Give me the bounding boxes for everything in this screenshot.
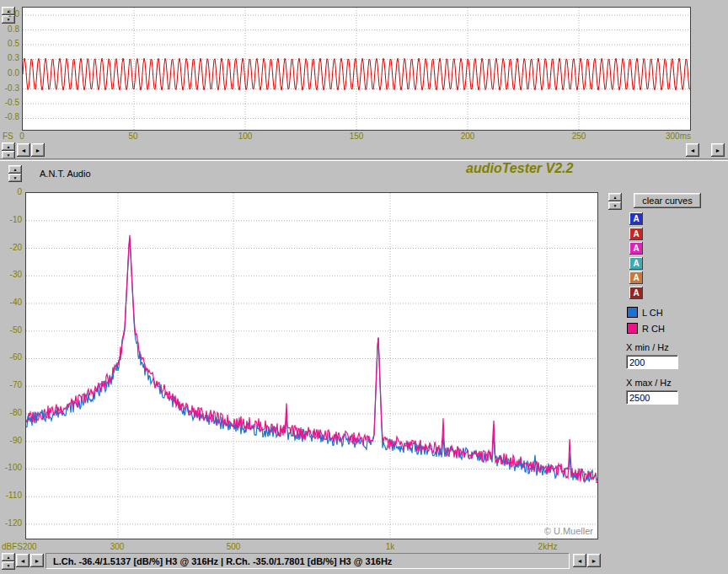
side-spin-up-button[interactable]: ▲ (608, 193, 622, 201)
spectrum-y-tick: -40 (0, 298, 22, 307)
scope-x-tick: 250 (562, 132, 596, 141)
scope-y-tick: -0.8 (0, 113, 19, 121)
scope-x-tick: 0 (5, 132, 39, 141)
scope-y-tick: 1.0 (0, 10, 19, 19)
spectrum-header-spin-down-button[interactable]: ▼ (8, 174, 22, 182)
curve-memory-button-2[interactable]: A (629, 228, 643, 240)
clear-curves-button[interactable]: clear curves (634, 193, 701, 208)
side-spin-down-button[interactable]: ▼ (608, 201, 622, 210)
x-max-input[interactable] (626, 390, 678, 405)
status-spin-up-button[interactable]: ▲ (2, 553, 15, 561)
spectrum-plot: © U.Mueller (25, 192, 598, 539)
x-max-label: X max / Hz (626, 378, 672, 388)
spectrum-x-tick: 2kHz (531, 543, 565, 551)
scope-plot (22, 7, 691, 131)
spectrum-y-tick: -120 (0, 519, 22, 528)
spectrum-y-tick: 0 (0, 188, 22, 196)
curve-memory-button-6[interactable]: A (629, 287, 643, 299)
scope-canvas (23, 8, 690, 130)
scope-x-tick: 150 (340, 132, 373, 141)
status-scroll-left-button[interactable]: ◄ (16, 554, 29, 567)
status-spin-down-button[interactable]: ▼ (2, 561, 15, 570)
scope-y-tick: 0.0 (0, 69, 19, 78)
scope-scroll-right-button-2[interactable]: ► (711, 143, 725, 157)
legend-swatch-left-channel (627, 307, 638, 318)
measurement-status-bar: L.Ch. -36.4/1.5137 [dB/%] H3 @ 316Hz | R… (46, 553, 570, 569)
status-scroll-right-button-2[interactable]: ► (587, 554, 601, 567)
scope-scroll-left-button-2[interactable]: ◄ (686, 143, 699, 157)
spectrum-y-tick: -90 (0, 437, 22, 445)
spectrum-y-tick: -60 (0, 353, 22, 362)
legend-label-right-channel: R CH (642, 324, 665, 334)
scope-x-end-tick: 300ms (657, 132, 691, 141)
copyright-label: © U.Mueller (544, 526, 593, 536)
spectrum-y-tick: -110 (0, 491, 22, 500)
vendor-label: A.N.T. Audio (40, 169, 91, 179)
spectrum-y-tick: -20 (0, 244, 22, 252)
curve-memory-button-4[interactable]: A (629, 257, 643, 270)
scope-scroll-spin-up-button[interactable]: ▲ (2, 142, 15, 151)
legend-swatch-right-channel (627, 323, 638, 334)
spectrum-y-tick: -100 (0, 464, 22, 472)
spectrum-x-tick: 200 (23, 543, 37, 551)
scope-x-tick: 200 (451, 132, 484, 141)
spectrum-y-tick: -50 (0, 326, 22, 335)
scope-y-tick: 0.8 (0, 25, 19, 34)
status-scroll-left-button-2[interactable]: ◄ (573, 554, 586, 567)
curve-memory-button-1[interactable]: A (629, 212, 643, 225)
scope-y-tick: -0.5 (0, 99, 19, 107)
legend-label-left-channel: L CH (642, 308, 663, 318)
spectrum-x-tick: 1k (373, 543, 407, 551)
spectrum-canvas (26, 193, 597, 539)
spectrum-header-spin-up-button[interactable]: ▲ (8, 165, 22, 174)
scope-y-tick: 0.3 (0, 54, 19, 62)
scope-scroll-right-button[interactable]: ► (31, 143, 45, 157)
app-title: audioTester V2.2 (466, 161, 573, 176)
spectrum-y-tick: -30 (0, 271, 22, 279)
status-scroll-right-button[interactable]: ► (30, 554, 44, 567)
scope-x-tick: 50 (116, 132, 150, 141)
spectrum-x-tick: 300 (100, 543, 134, 551)
scope-x-tick: 100 (228, 132, 262, 141)
spectrum-trace-l-ch (26, 238, 597, 481)
scope-scroll-left-button[interactable]: ◄ (17, 143, 30, 157)
spectrum-y-tick: -10 (0, 216, 22, 224)
panel-divider (0, 158, 728, 161)
x-min-input[interactable] (626, 355, 678, 369)
curve-memory-button-3[interactable]: A (629, 242, 643, 255)
spectrum-y-unit-label: dBFS (2, 543, 23, 551)
audiotester-window: ▲ ▼ 1.0 0.8 0.5 0.3 0.0 -0.3 -0.5 -0.8 F… (0, 0, 728, 574)
spectrum-x-tick: 500 (217, 543, 250, 551)
scope-y-tick: -0.3 (0, 84, 19, 93)
x-min-label: X min / Hz (626, 342, 669, 352)
scope-y-tick: 0.5 (0, 40, 19, 48)
spectrum-y-tick: -70 (0, 381, 22, 389)
curve-memory-button-5[interactable]: A (629, 271, 643, 284)
spectrum-y-tick: -80 (0, 409, 22, 417)
